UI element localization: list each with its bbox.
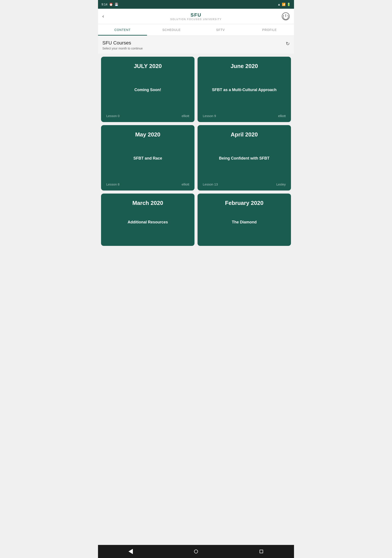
status-bar-right: ▲ 📶 🔋 [277, 3, 290, 6]
course-month: April 2020 [203, 131, 286, 138]
course-footer: Lesson 9 elliott [203, 114, 286, 118]
status-bar: 9:14 ⏰ 💾 ▲ 📶 🔋 [98, 0, 294, 9]
course-month: May 2020 [106, 131, 189, 138]
course-lesson: Lesson 8 [106, 183, 119, 186]
course-middle: SFBT and Race [106, 151, 189, 166]
page-header: SFU Courses Select your month to continu… [98, 36, 294, 54]
course-middle: Additional Resources [106, 215, 189, 229]
course-footer: Lesson 13 Lesley [203, 183, 286, 186]
course-card-top: May 2020 [106, 131, 189, 138]
course-card-june-2020[interactable]: June 2020 SFBT as a Multi-Cultural Appro… [197, 57, 291, 122]
course-month: February 2020 [203, 200, 286, 206]
course-card-top: JULY 2020 [106, 63, 189, 70]
course-topic: SFBT and Race [106, 156, 189, 161]
tab-schedule[interactable]: SCHEDULE [147, 24, 196, 35]
tab-sftv[interactable]: SFTV [196, 24, 245, 35]
course-card-top: February 2020 [203, 200, 286, 206]
app-header: ‹ SFU SOLUTION FOCUSED UNIVERSITY [98, 9, 294, 24]
power-button[interactable] [282, 12, 290, 20]
course-footer: Lesson 8 elliott [106, 183, 189, 186]
storage-icon: 💾 [115, 3, 118, 6]
alarm-icon: ⏰ [109, 3, 113, 6]
page-title: SFU Courses [102, 40, 143, 46]
course-card-march-2020[interactable]: March 2020 Additional Resources [101, 193, 195, 246]
course-month: March 2020 [106, 200, 189, 206]
app-name: SFU [170, 12, 222, 18]
course-middle: The Diamond [203, 215, 286, 229]
signal-icon: 📶 [282, 3, 286, 6]
tab-profile[interactable]: PROFILE [245, 24, 294, 35]
course-instructor: elliott [278, 114, 286, 118]
navigation-tabs: CONTENT SCHEDULE SFTV PROFILE [98, 24, 294, 36]
course-card-top: March 2020 [106, 200, 189, 206]
course-topic: Being Confident with SFBT [203, 156, 286, 161]
status-time: 9:14 [102, 3, 107, 6]
course-instructor: elliott [182, 183, 189, 186]
course-card-top: April 2020 [203, 131, 286, 138]
course-middle: Being Confident with SFBT [203, 151, 286, 166]
refresh-icon[interactable]: ↻ [286, 41, 290, 47]
course-topic: SFBT as a Multi-Cultural Approach [203, 87, 286, 93]
course-lesson: Lesson 0 [106, 114, 119, 118]
header-title-block: SFU SOLUTION FOCUSED UNIVERSITY [170, 12, 222, 20]
course-instructor: Lesley [276, 183, 286, 186]
course-topic: Coming Soon! [106, 87, 189, 93]
app-subtitle: SOLUTION FOCUSED UNIVERSITY [170, 18, 222, 20]
course-card-july-2020[interactable]: JULY 2020 Coming Soon! Lesson 0 elliott [101, 57, 195, 122]
course-card-april-2020[interactable]: April 2020 Being Confident with SFBT Les… [197, 125, 291, 191]
course-month: JULY 2020 [106, 63, 189, 70]
course-topic: Additional Resources [106, 219, 189, 225]
course-lesson: Lesson 13 [203, 183, 218, 186]
back-button[interactable]: ‹ [102, 14, 104, 19]
battery-icon: 🔋 [287, 3, 290, 6]
course-footer: Lesson 0 elliott [106, 114, 189, 118]
course-month: June 2020 [203, 63, 286, 70]
tab-content[interactable]: CONTENT [98, 24, 147, 35]
course-card-february-2020[interactable]: February 2020 The Diamond [197, 193, 291, 246]
course-instructor: elliott [182, 114, 189, 118]
course-middle: Coming Soon! [106, 83, 189, 97]
course-grid: JULY 2020 Coming Soon! Lesson 0 elliott … [98, 54, 294, 249]
status-bar-left: 9:14 ⏰ 💾 [102, 3, 118, 6]
course-lesson: Lesson 9 [203, 114, 216, 118]
course-middle: SFBT as a Multi-Cultural Approach [203, 83, 286, 97]
page-header-text: SFU Courses Select your month to continu… [102, 40, 143, 50]
wifi-icon: ▲ [277, 3, 281, 6]
page-subtitle: Select your month to continue [102, 47, 143, 50]
course-card-may-2020[interactable]: May 2020 SFBT and Race Lesson 8 elliott [101, 125, 195, 191]
course-topic: The Diamond [203, 219, 286, 225]
course-card-top: June 2020 [203, 63, 286, 70]
